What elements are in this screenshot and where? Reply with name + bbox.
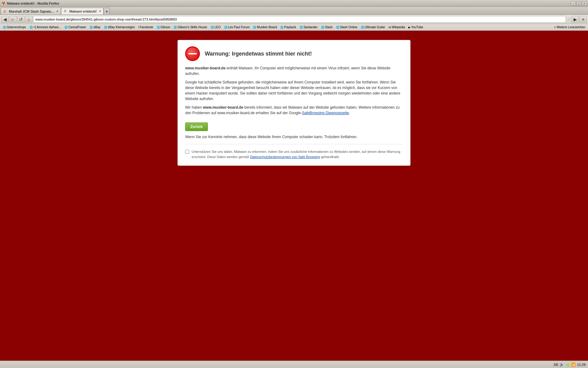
bookmark-label-10: Musiker-Board: [257, 25, 277, 29]
more-bookmarks-button[interactable]: » Weitere Lesezeichen: [552, 25, 587, 29]
warning-box: Warnung: Irgendetwas stimmt hier nicht! …: [178, 40, 410, 166]
maximize-button[interactable]: □: [576, 1, 581, 6]
bookmark-icon-0: 🌐: [3, 26, 6, 29]
bookmark-ebay[interactable]: 🌐 eBay: [88, 25, 102, 30]
back-button[interactable]: Zurück: [185, 122, 208, 131]
close-button[interactable]: ×: [582, 1, 587, 6]
bookmark-icon-11: 🌐: [280, 26, 284, 29]
continue-link[interactable]: Trotzdem fortfahren: [324, 135, 357, 139]
bookmark-label-11: Payback: [284, 25, 296, 29]
tab-bar: 🎸 Marshall JCM Slash Signatu... × ⚠ Malw…: [0, 7, 588, 15]
bookmark-icon-6: 🌐: [157, 26, 160, 29]
bookmark-ebay-kleinanzeigen[interactable]: 🌐 eBay Kleinanzeigen: [102, 25, 136, 30]
browser-content: Warnung: Irgendetwas stimmt hier nicht! …: [0, 31, 588, 356]
bookmark-amnesic[interactable]: 🌐 =[ Amnesic Aphasi...: [28, 25, 63, 30]
bookmark-icon-1: 🌐: [29, 26, 33, 29]
bookmark-label-6: Gibson: [161, 25, 170, 29]
bookmark-payback[interactable]: 🌐 Payback: [279, 25, 297, 30]
tab-2-close[interactable]: ×: [99, 10, 101, 13]
bookmark-icon-17: ▶: [408, 26, 410, 29]
warning-icon-dash: [188, 53, 197, 54]
safe-browsing-link[interactable]: SafeBrowsing Diagnoseseite: [302, 111, 349, 115]
bookmark-label-16: Wikipedia: [392, 25, 405, 29]
address-bar[interactable]: www.musiker-board.de/gibson/284541-gibso…: [33, 16, 566, 23]
bookmark-leo[interactable]: 🌐 LEO: [209, 25, 222, 30]
warning-icon: [185, 46, 200, 61]
bookmark-icon-16: W: [388, 26, 391, 29]
status-bar: DE 🔊 🔋 📶 11:29: [0, 361, 588, 368]
tab-1-label: Marshall JCM Slash Signatu...: [9, 10, 54, 13]
tab-1-close[interactable]: ×: [56, 10, 58, 13]
bookmark-slash-online[interactable]: 🌐 Slash Online: [334, 25, 359, 30]
more-bookmarks-label: » Weitere Lesezeichen: [554, 25, 585, 29]
bookmark-icon-5: f: [138, 26, 139, 29]
nav-extra-1[interactable]: ▶: [571, 16, 579, 23]
bookmark-label-4: eBay Kleinanzeigen: [108, 25, 135, 29]
bookmark-icon-3: 🌐: [90, 26, 93, 29]
bookmark-label-0: Gitarrenshops: [7, 25, 26, 29]
bookmark-musiker-board[interactable]: 🌐 Musiker-Board: [251, 25, 278, 30]
bookmarks-bar: 🌐 Gitarrenshops 🌐 =[ Amnesic Aphasi... 🌐…: [0, 24, 588, 31]
warning-domain: www.musiker-board.de: [185, 66, 226, 70]
bookmark-icon-15: 🌐: [361, 26, 364, 29]
network-icon: 📶: [571, 362, 576, 367]
bookmark-star-button[interactable]: ★: [567, 16, 571, 22]
warning-p3c: .: [349, 111, 350, 115]
back-nav-button[interactable]: ◀: [1, 16, 9, 23]
divider: [185, 144, 403, 144]
warning-header: Warnung: Irgendetwas stimmt hier nicht!: [185, 46, 403, 61]
volume-icon: 🔊: [559, 362, 564, 367]
window-controls: − □ ×: [571, 1, 587, 6]
bookmark-label-3: eBay: [94, 25, 101, 29]
bookmark-slash[interactable]: 🌐 Slash: [319, 25, 334, 30]
browser-icon: 🦊: [1, 1, 6, 6]
tab-2-favicon: ⚠: [64, 9, 68, 14]
bookmark-label-7: Gibson's Skills House: [178, 25, 207, 29]
bookmark-label-12: Santander: [304, 25, 318, 29]
title-bar: 🦊 Malware entdeckt! - Mozilla Firefox − …: [0, 0, 588, 7]
nav-bar: ◀ ▶ ↺ ⌂ www.musiker-board.de/gibson/2845…: [0, 15, 588, 24]
warning-paragraph-1: www.musiker-board.de enthält Malware. Ih…: [185, 65, 403, 76]
bookmark-icon-12: 🌐: [300, 26, 303, 29]
tab-2[interactable]: ⚠ Malware entdeckt! ×: [61, 8, 104, 14]
privacy-text-2: gehandhabt.: [320, 155, 340, 159]
new-tab-button[interactable]: +: [104, 8, 110, 14]
bookmark-gibson[interactable]: 🌐 Gibson: [155, 25, 172, 30]
bookmark-santander[interactable]: 🌐 Santander: [298, 25, 319, 30]
clock: 11:29: [577, 363, 586, 366]
warning-p3a: Wir haben: [185, 105, 203, 110]
bookmark-label-13: Slash: [325, 25, 333, 29]
bookmark-wikipedia[interactable]: W Wikipedia: [387, 25, 407, 30]
warning-paragraph-2: Google hat schädliche Software gefunden,…: [185, 79, 403, 102]
continue-text-1: Wenn Sie zur Kenntnis nehmen, dass diese…: [185, 135, 324, 139]
continue-text-2: .: [357, 135, 357, 139]
bookmark-les-paul-forum[interactable]: 🌐 Les Paul Forum: [223, 25, 251, 30]
nav-extra-2[interactable]: ≡: [579, 16, 587, 23]
warning-paragraph-3: Wir haben www.musiker-board.de bereits i…: [185, 105, 403, 116]
tab-1[interactable]: 🎸 Marshall JCM Slash Signatu... ×: [1, 8, 61, 14]
bookmark-ultimate-guitar[interactable]: 🌐 Ultimate Guitar: [359, 25, 387, 30]
privacy-link[interactable]: Datenschutzbestimmungen von Safe Browsin…: [250, 155, 320, 159]
bookmark-icon-4: 🌐: [104, 26, 107, 29]
minimize-button[interactable]: −: [571, 1, 576, 6]
battery-icon: 🔋: [565, 362, 570, 367]
bookmark-label-1: =[ Amnesic Aphasi...: [33, 25, 61, 29]
privacy-checkbox[interactable]: [185, 150, 189, 154]
bookmark-youtube[interactable]: ▶ YouTube: [407, 25, 425, 30]
bookmark-cannapower[interactable]: 🌐 CannaPower: [63, 25, 88, 30]
bookmark-label-9: Les Paul Forum: [228, 25, 250, 29]
bookmark-icon-7: 🌐: [174, 26, 177, 29]
bookmark-facebook[interactable]: f Facebook: [137, 25, 155, 30]
bookmark-label-8: LEO: [215, 25, 221, 29]
warning-title: Warnung: Irgendetwas stimmt hier nicht!: [205, 51, 312, 57]
bookmark-icon-13: 🌐: [321, 26, 324, 29]
reload-button[interactable]: ↺: [17, 16, 25, 23]
warning-body: www.musiker-board.de enthält Malware. Ih…: [185, 65, 403, 116]
forward-nav-button[interactable]: ▶: [9, 16, 17, 23]
bookmark-label-17: YouTube: [411, 25, 423, 29]
bookmark-gitarrenshops[interactable]: 🌐 Gitarrenshops: [1, 25, 28, 30]
bookmark-gibsons-skills[interactable]: 🌐 Gibson's Skills House: [172, 25, 208, 30]
bookmark-icon-14: 🌐: [336, 26, 339, 29]
bookmark-icon-2: 🌐: [64, 26, 68, 29]
home-button[interactable]: ⌂: [25, 16, 32, 23]
